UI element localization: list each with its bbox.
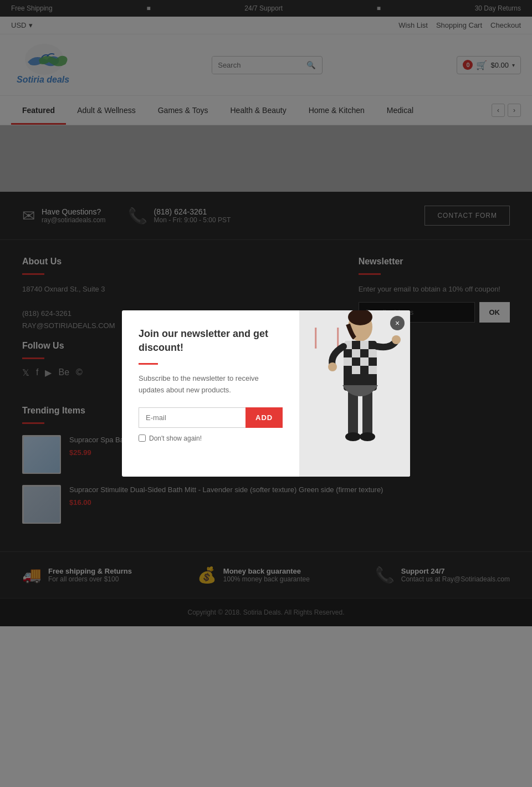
svg-rect-15 (348, 391, 358, 435)
svg-rect-6 (360, 341, 369, 349)
svg-rect-8 (369, 349, 377, 357)
svg-rect-7 (352, 349, 360, 357)
modal-divider (139, 363, 158, 365)
modal-desc: Subscribe to the newsletter to receive u… (139, 373, 283, 396)
newsletter-modal: × Join our newsletter and get discount! … (122, 310, 410, 477)
svg-rect-11 (352, 366, 360, 374)
dont-show-checkbox[interactable] (139, 435, 146, 442)
modal-image: 〡〡 (299, 310, 410, 477)
modal-checkbox-row: Don't show again! (139, 435, 283, 442)
svg-rect-10 (360, 357, 369, 366)
svg-point-18 (360, 432, 375, 441)
modal-overlay[interactable]: × Join our newsletter and get discount! … (0, 0, 532, 626)
dont-show-label: Don't show again! (149, 435, 202, 442)
modal-input-row: ADD (139, 407, 283, 428)
modal-email-input[interactable] (139, 407, 245, 428)
svg-rect-12 (369, 366, 377, 374)
svg-rect-9 (344, 357, 352, 366)
svg-point-14 (392, 335, 401, 344)
modal-content: Join our newsletter and get discount! Su… (122, 310, 299, 477)
modal-add-button[interactable]: ADD (245, 407, 283, 428)
modal-close-button[interactable]: × (390, 316, 405, 330)
svg-rect-16 (362, 391, 372, 435)
svg-point-17 (345, 432, 361, 441)
modal-title: Join our newsletter and get discount! (139, 327, 283, 355)
svg-point-13 (328, 362, 337, 371)
modal-person-illustration (299, 310, 410, 477)
